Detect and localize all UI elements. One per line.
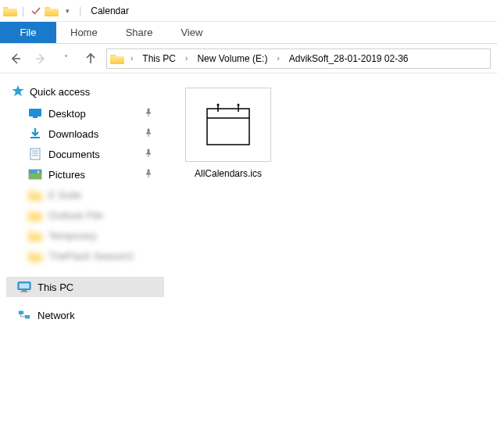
sidebar-item-blurred[interactable]: Outlook File [6, 205, 164, 225]
sidebar-item-label: Downloads [48, 128, 98, 140]
chevron-right-icon[interactable]: › [182, 54, 191, 63]
ribbon: File Home Share View [0, 22, 497, 44]
folder-icon [45, 4, 59, 18]
sidebar-item-network[interactable]: Network [6, 305, 164, 325]
folder-icon [28, 208, 42, 222]
chevron-right-icon[interactable]: › [274, 54, 282, 63]
back-button[interactable] [6, 49, 25, 68]
separator: | [79, 5, 81, 16]
pin-icon [144, 128, 153, 140]
svg-rect-2 [33, 116, 38, 118]
sidebar-item-label: TheFlash Season2 [48, 250, 134, 262]
svg-marker-0 [13, 85, 24, 96]
recent-locations-button[interactable]: ˅ [56, 49, 75, 68]
svg-rect-16 [19, 311, 23, 315]
downloads-icon [28, 127, 42, 141]
sidebar-item-documents[interactable]: Documents [6, 144, 164, 164]
sidebar-item-desktop[interactable]: Desktop [6, 103, 164, 124]
sidebar-item-pictures[interactable]: Pictures [6, 164, 164, 185]
sidebar-item-label: Desktop [48, 108, 86, 120]
sidebar-item-blurred[interactable]: E Suite [6, 185, 164, 205]
breadcrumb[interactable]: › This PC › New Volume (E:) › AdvikSoft_… [106, 48, 491, 69]
address-bar: ˅ › This PC › New Volume (E:) › AdvikSof… [0, 44, 497, 73]
file-item[interactable]: AllCalendars.ics [181, 88, 275, 179]
desktop-icon [28, 106, 42, 120]
tab-view[interactable]: View [166, 22, 216, 43]
titlebar: | ▾ | Calendar [0, 0, 497, 22]
sidebar-item-label: Network [38, 310, 75, 321]
separator: | [22, 5, 24, 16]
documents-icon [28, 147, 42, 161]
window-title: Calendar [91, 5, 129, 16]
sidebar-item-label: This PC [38, 281, 73, 293]
svg-point-22 [217, 103, 220, 106]
sidebar-item-this-pc[interactable]: This PC [6, 277, 164, 297]
calendar-file-icon [185, 88, 271, 162]
svg-point-11 [38, 171, 40, 174]
folder-icon [28, 228, 42, 242]
tab-share[interactable]: Share [112, 22, 167, 43]
up-button[interactable] [81, 49, 100, 68]
checkmark-icon[interactable] [29, 4, 43, 18]
sidebar-item-label: Temporary [48, 230, 96, 242]
sidebar-item-label: Pictures [48, 169, 85, 181]
svg-rect-1 [29, 109, 41, 116]
navigation-pane: Quick access Desktop Downloads Doc [0, 73, 164, 448]
file-name: AllCalendars.ics [181, 168, 275, 179]
folder-icon [3, 4, 17, 18]
chevron-right-icon[interactable]: › [127, 54, 136, 63]
svg-rect-3 [30, 137, 40, 138]
tab-home[interactable]: Home [56, 22, 112, 43]
this-pc-icon [17, 280, 31, 294]
svg-point-23 [238, 103, 240, 106]
quick-access-label: Quick access [30, 86, 90, 98]
pin-icon [144, 169, 153, 181]
svg-rect-10 [29, 174, 41, 179]
pictures-icon [28, 167, 42, 181]
sidebar-item-label: Documents [48, 149, 100, 160]
file-tab[interactable]: File [0, 22, 56, 43]
sidebar-item-blurred[interactable]: TheFlash Season2 [6, 246, 164, 266]
quick-access-icon [11, 84, 25, 99]
breadcrumb-item[interactable]: This PC [139, 52, 179, 66]
pin-icon [144, 149, 153, 160]
svg-rect-9 [29, 170, 41, 174]
svg-rect-18 [207, 109, 249, 145]
breadcrumb-item[interactable]: New Volume (E:) [194, 52, 270, 66]
sidebar-item-blurred[interactable]: Temporary [6, 225, 164, 246]
svg-rect-15 [21, 291, 28, 292]
sidebar-item-downloads[interactable]: Downloads [6, 124, 164, 144]
dropdown-icon[interactable]: ▾ [60, 4, 74, 18]
pin-icon [144, 108, 153, 120]
sidebar-item-label: E Suite [48, 189, 81, 201]
folder-icon [28, 188, 42, 202]
quick-access-header[interactable]: Quick access [11, 84, 164, 99]
file-list[interactable]: AllCalendars.ics [164, 73, 497, 448]
svg-rect-13 [20, 284, 30, 289]
sidebar-item-label: Outlook File [48, 210, 102, 221]
network-icon [17, 308, 31, 322]
svg-rect-14 [22, 290, 26, 292]
forward-button[interactable] [31, 49, 50, 68]
folder-icon [110, 52, 124, 66]
folder-icon [28, 249, 42, 263]
breadcrumb-item[interactable]: AdvikSoft_28-01-2019 02-36 [286, 52, 412, 66]
svg-rect-4 [30, 149, 40, 159]
